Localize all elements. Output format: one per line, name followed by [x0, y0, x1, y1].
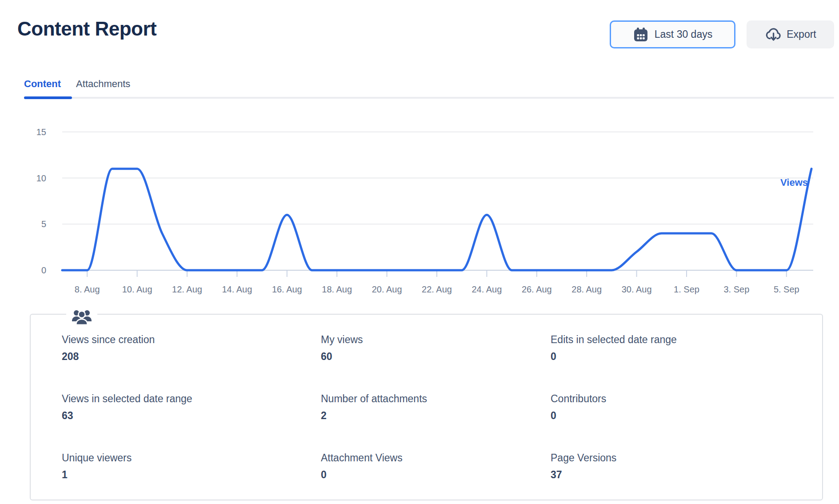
- svg-text:0: 0: [41, 265, 46, 275]
- active-tab-underline: [24, 96, 72, 99]
- stat-value: 2: [321, 409, 551, 422]
- stat-value: 63: [62, 409, 321, 422]
- stat-label: Contributors: [551, 392, 813, 405]
- stat-attachment-views: Attachment Views 0: [321, 452, 551, 481]
- export-button[interactable]: Export: [747, 20, 834, 48]
- stats-card: Views since creation 208 My views 60 Edi…: [30, 314, 823, 500]
- tab-bar: Content Attachments: [24, 78, 130, 90]
- svg-text:Views: Views: [780, 177, 808, 188]
- stat-value: 0: [551, 409, 813, 422]
- views-chart: 1510508. Aug10. Aug12. Aug14. Aug16. Aug…: [0, 107, 839, 302]
- calendar-icon: [633, 27, 649, 43]
- stat-value: 60: [321, 350, 551, 363]
- export-label: Export: [787, 28, 816, 40]
- stat-value: 0: [551, 350, 813, 363]
- svg-text:3. Sep: 3. Sep: [723, 284, 749, 294]
- stat-value: 0: [321, 468, 551, 481]
- svg-text:26. Aug: 26. Aug: [522, 284, 552, 294]
- stat-label: My views: [321, 333, 551, 346]
- stat-label: Unique viewers: [62, 452, 321, 464]
- tab-divider: [24, 97, 834, 99]
- stat-my-views: My views 60: [321, 333, 551, 363]
- svg-text:16. Aug: 16. Aug: [272, 284, 302, 294]
- svg-text:5. Sep: 5. Sep: [774, 284, 799, 294]
- svg-text:10. Aug: 10. Aug: [122, 284, 152, 294]
- date-range-button[interactable]: Last 30 days: [610, 20, 735, 48]
- svg-text:30. Aug: 30. Aug: [622, 284, 652, 294]
- stat-label: Edits in selected date range: [551, 333, 813, 346]
- stat-value: 37: [551, 468, 813, 481]
- stat-edits-in-range: Edits in selected date range 0: [551, 333, 813, 363]
- stat-label: Page Versions: [551, 452, 813, 464]
- stat-value: 208: [62, 350, 321, 363]
- svg-text:15: 15: [36, 127, 46, 137]
- svg-text:28. Aug: 28. Aug: [571, 284, 602, 294]
- tab-attachments[interactable]: Attachments: [76, 78, 130, 90]
- stat-number-of-attachments: Number of attachments 2: [321, 392, 551, 422]
- stat-value: 1: [62, 468, 321, 481]
- svg-text:5: 5: [41, 219, 46, 229]
- stat-unique-viewers: Unique viewers 1: [62, 452, 321, 481]
- page-title: Content Report: [17, 18, 156, 40]
- svg-text:8. Aug: 8. Aug: [75, 284, 100, 294]
- svg-text:1. Sep: 1. Sep: [674, 284, 699, 294]
- tab-content[interactable]: Content: [24, 78, 61, 90]
- views-line-chart-svg: 1510508. Aug10. Aug12. Aug14. Aug16. Aug…: [0, 107, 839, 302]
- cloud-download-icon: [764, 26, 781, 43]
- stat-contributors: Contributors 0: [551, 392, 813, 422]
- date-range-label: Last 30 days: [655, 28, 712, 40]
- people-icon: [66, 308, 97, 325]
- svg-text:20. Aug: 20. Aug: [372, 284, 402, 294]
- svg-text:12. Aug: 12. Aug: [172, 284, 202, 294]
- stat-label: Views in selected date range: [62, 392, 321, 405]
- stat-views-in-range: Views in selected date range 63: [62, 392, 321, 422]
- stat-label: Attachment Views: [321, 452, 551, 464]
- svg-text:24. Aug: 24. Aug: [471, 284, 502, 294]
- stats-grid: Views since creation 208 My views 60 Edi…: [31, 315, 822, 481]
- svg-text:18. Aug: 18. Aug: [322, 284, 352, 294]
- svg-text:14. Aug: 14. Aug: [222, 284, 252, 294]
- stat-label: Views since creation: [62, 333, 321, 346]
- svg-text:22. Aug: 22. Aug: [422, 284, 452, 294]
- stat-label: Number of attachments: [321, 392, 551, 405]
- content-report-page: { "header": { "title": "Content Report",…: [0, 0, 839, 504]
- stat-views-since-creation: Views since creation 208: [62, 333, 321, 363]
- svg-text:10: 10: [36, 173, 46, 183]
- stat-page-versions: Page Versions 37: [551, 452, 813, 481]
